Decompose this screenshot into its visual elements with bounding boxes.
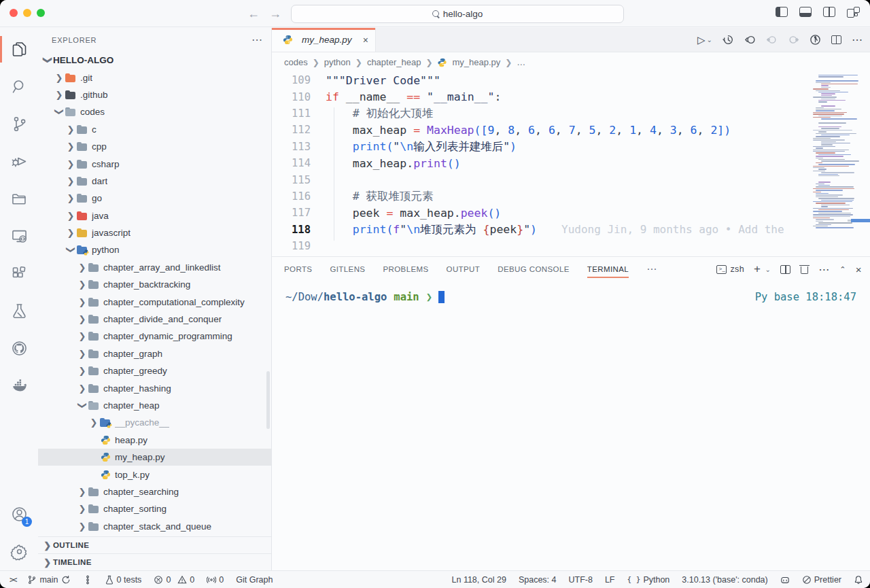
breadcrumb-item[interactable]: codes — [284, 57, 308, 67]
code-line-110[interactable]: 110if __name__ == "__main__": — [272, 88, 870, 105]
language-mode[interactable]: { } Python — [627, 575, 670, 585]
file-history-icon[interactable] — [723, 34, 734, 46]
test-status[interactable]: 0 tests — [105, 575, 142, 585]
new-terminal-icon[interactable]: + — [754, 262, 761, 276]
activity-settings-icon[interactable] — [0, 533, 38, 570]
panel-tabs-more-icon[interactable]: ⋯ — [646, 263, 657, 275]
python-interpreter[interactable]: 3.10.13 ('base': conda) — [682, 575, 767, 585]
gitlens-graph-icon[interactable] — [810, 34, 821, 46]
tree-folder-dart[interactable]: ❯dart — [38, 173, 271, 190]
tree-folder-chapter_greedy[interactable]: ❯chapter_greedy — [38, 362, 271, 379]
tree-folder-csharp[interactable]: ❯csharp — [38, 155, 271, 172]
code-line-118[interactable]: 118 print(f"\n堆顶元素为 {peek}")Yudong Jin, … — [272, 222, 870, 238]
tree-folder-chapter_divide_and_conquer[interactable]: ❯chapter_divide_and_conquer — [38, 311, 271, 328]
tree-folder-go[interactable]: ❯go — [38, 190, 271, 207]
indentation-setting[interactable]: Spaces: 4 — [519, 575, 557, 585]
sidebar-scrollbar[interactable] — [266, 371, 270, 429]
code-line-111[interactable]: 111 # 初始化大顶堆 — [272, 105, 870, 122]
terminal-dropdown-icon[interactable]: ⌄ — [765, 266, 771, 273]
customize-layout-icon[interactable] — [847, 7, 859, 17]
activity-run-debug-icon[interactable] — [0, 143, 38, 180]
code-line-115[interactable]: 115 — [272, 171, 870, 188]
activity-source-control-icon[interactable] — [0, 105, 38, 143]
panel-tab-problems[interactable]: PROBLEMS — [383, 257, 428, 281]
tree-file-my_heap.py[interactable]: my_heap.py — [38, 449, 271, 466]
remote-indicator[interactable]: >< — [10, 575, 15, 585]
tree-folder-python[interactable]: ❯python — [38, 241, 271, 258]
code-line-114[interactable]: 114 max_heap.print() — [272, 155, 870, 171]
previous-change-icon[interactable] — [766, 34, 778, 46]
code-line-117[interactable]: 117 peek = max_heap.peek() — [272, 205, 870, 221]
problems-indicator[interactable]: 0 0 — [154, 575, 194, 585]
breadcrumb-item[interactable]: python — [324, 57, 351, 67]
toggle-secondary-sidebar-icon[interactable] — [823, 7, 835, 17]
explorer-more-actions-icon[interactable]: ⋯ — [251, 33, 263, 46]
code-line-116[interactable]: 116 # 获取堆顶元素 — [272, 188, 870, 205]
tab-close-icon[interactable]: × — [363, 35, 368, 46]
history-back-button[interactable]: ← — [247, 5, 260, 22]
notifications-bell-icon[interactable] — [854, 575, 863, 585]
panel-tab-debug-console[interactable]: DEBUG CONSOLE — [498, 257, 570, 281]
tree-folder-javascript[interactable]: ❯javascript — [38, 224, 271, 241]
git-branch-indicator[interactable]: main — [27, 575, 70, 585]
tree-folder-chapter_searching[interactable]: ❯chapter_searching — [38, 483, 271, 500]
open-changes-icon[interactable] — [744, 34, 756, 46]
breadcrumb-item[interactable]: … — [517, 57, 525, 67]
terminal-shell-selector[interactable]: >_zsh — [716, 264, 744, 274]
split-terminal-icon[interactable] — [780, 265, 790, 274]
activity-account-icon[interactable]: 1 — [0, 496, 38, 533]
code-line-113[interactable]: 113 print("\n输入列表并建堆后") — [272, 139, 870, 155]
toggle-primary-sidebar-icon[interactable] — [776, 7, 788, 17]
tree-folder-chapter_backtracking[interactable]: ❯chapter_backtracking — [38, 276, 271, 293]
breadcrumb-item[interactable]: my_heap.py — [452, 57, 500, 67]
activity-project-folder-icon[interactable] — [0, 180, 38, 218]
tree-folder-chapter_hashing[interactable]: ❯chapter_hashing — [38, 379, 271, 396]
command-center-search[interactable]: hello-algo — [291, 5, 624, 23]
editor-more-actions-icon[interactable]: ⋯ — [852, 33, 863, 46]
outline-section-header[interactable]: ❯ OUTLINE — [38, 536, 271, 553]
cursor-position[interactable]: Ln 118, Col 29 — [452, 575, 506, 585]
tree-file-heap.py[interactable]: heap.py — [38, 432, 271, 449]
tab-my-heap[interactable]: my_heap.py × — [272, 28, 376, 52]
encoding-setting[interactable]: UTF-8 — [569, 575, 593, 585]
tree-folder-chapter_heap[interactable]: ❯chapter_heap — [38, 397, 271, 414]
minimap[interactable] — [809, 72, 870, 232]
tree-folder-HELLO-ALGO[interactable]: ❯HELLO-ALGO — [38, 52, 271, 69]
minimize-window-button[interactable] — [23, 9, 31, 17]
activity-explorer-icon[interactable] — [0, 31, 38, 68]
git-graph-status-icon[interactable] — [83, 575, 92, 585]
maximize-panel-icon[interactable]: ⌃ — [839, 265, 846, 274]
activity-extensions-icon[interactable] — [0, 255, 38, 292]
close-panel-icon[interactable]: × — [856, 264, 862, 275]
tree-folder-chapter_array_and_linkedlist[interactable]: ❯chapter_array_and_linkedlist — [38, 259, 271, 276]
git-graph-button[interactable]: Git Graph — [236, 575, 273, 585]
activity-testing-icon[interactable] — [0, 292, 38, 330]
close-window-button[interactable] — [10, 9, 18, 17]
toggle-panel-icon[interactable] — [799, 7, 812, 17]
tree-folder-java[interactable]: ❯java — [38, 207, 271, 224]
activity-github-icon[interactable] — [0, 330, 38, 367]
copilot-icon[interactable] — [780, 575, 790, 585]
tree-folder-chapter_sorting[interactable]: ❯chapter_sorting — [38, 500, 271, 517]
terminal[interactable]: ~/Dow/hello-algo main ❯ Py base 18:18:47 — [272, 281, 870, 570]
tree-folder-chapter_stack_and_queue[interactable]: ❯chapter_stack_and_queue — [38, 518, 271, 535]
panel-more-actions-icon[interactable]: ⋯ — [818, 263, 830, 276]
tree-folder-c[interactable]: ❯c — [38, 121, 271, 138]
tree-folder-__pycache__[interactable]: ❯__pycache__ — [38, 414, 271, 431]
tree-folder-.git[interactable]: ❯.git — [38, 69, 271, 86]
prettier-status[interactable]: Prettier — [802, 575, 841, 585]
panel-tab-output[interactable]: OUTPUT — [447, 257, 481, 281]
tree-folder-chapter_dynamic_programming[interactable]: ❯chapter_dynamic_programming — [38, 328, 271, 345]
split-editor-icon[interactable] — [831, 35, 841, 44]
breadcrumb-item[interactable]: chapter_heap — [367, 57, 421, 67]
eol-setting[interactable]: LF — [605, 575, 615, 585]
tree-file-top_k.py[interactable]: top_k.py — [38, 466, 271, 483]
panel-tab-terminal[interactable]: TERMINAL — [587, 257, 629, 281]
activity-remote-explorer-icon[interactable] — [0, 218, 38, 255]
tree-folder-cpp[interactable]: ❯cpp — [38, 138, 271, 155]
kill-terminal-icon[interactable] — [800, 264, 809, 274]
zoom-window-button[interactable] — [37, 9, 45, 17]
tree-folder-codes[interactable]: ❯codes — [38, 103, 271, 120]
history-forward-button[interactable]: → — [269, 5, 281, 22]
panel-tab-ports[interactable]: PORTS — [284, 257, 312, 281]
